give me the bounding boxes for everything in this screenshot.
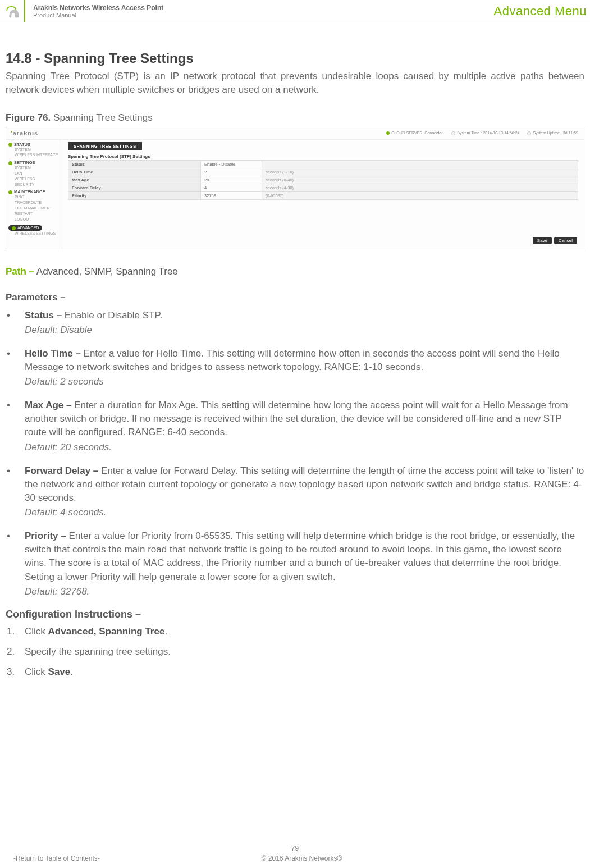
ss-side-item[interactable]: LOGOUT — [8, 217, 60, 222]
parameters-list: Status – Enable or Disable STP.Default: … — [6, 309, 584, 599]
ss-side-item[interactable]: TRACEROUTE — [8, 200, 60, 205]
row-label: Max Age — [68, 176, 201, 184]
row-label: Forward Delay — [68, 184, 201, 191]
config-heading: Configuration Instructions – — [6, 609, 584, 620]
path-line: Path – Advanced, SNMP, Spanning Tree — [6, 266, 584, 277]
row-label: Status — [68, 160, 201, 168]
figure-screenshot: 'araknis CLOUD SERVER: Connected System … — [6, 127, 584, 249]
config-step-3: Click Save. — [6, 666, 584, 678]
ss-status-bar: CLOUD SERVER: Connected System Time : 20… — [386, 131, 584, 135]
ss-cloud-status: CLOUD SERVER: Connected — [386, 131, 443, 135]
ss-logo: 'araknis — [6, 129, 43, 138]
table-row: Max Age20seconds (6-40) — [68, 176, 578, 184]
figure-label: Figure 76. — [6, 112, 51, 123]
ss-side-item[interactable]: RESTART — [8, 211, 60, 217]
table-row: Forward Delay4seconds (4-30) — [68, 184, 578, 191]
section-intro: Spanning Tree Protocol (STP) is an IP ne… — [6, 70, 584, 97]
row-hint — [262, 160, 578, 168]
header-titles: Araknis Networks Wireless Access Point P… — [25, 4, 494, 19]
ss-side-settings[interactable]: SETTINGS — [8, 160, 60, 165]
section-heading: 14.8 - Spanning Tree Settings — [6, 51, 584, 66]
config-step-1: Click Advanced, Spanning Tree. — [6, 626, 584, 637]
row-hint: seconds (6-40) — [262, 176, 578, 184]
ss-side-status[interactable]: STATUS — [8, 142, 60, 147]
param-max-age: Max Age – Enter a duration for Max Age. … — [6, 399, 584, 454]
ss-side-item[interactable]: FILE MANAGEMENT — [8, 205, 60, 211]
page-number: 79 — [0, 844, 590, 852]
ss-side-advanced[interactable]: ADVANCED — [8, 225, 42, 231]
ss-settings-table: StatusEnable • Disable Hello Time2second… — [68, 160, 578, 200]
ss-main: SPANNING TREE SETTINGS Spanning Tree Pro… — [62, 140, 584, 249]
ss-system-time: System Time : 2014-10-13 14:56:24 — [451, 131, 519, 135]
row-label: Priority — [68, 191, 201, 199]
page-content: 14.8 - Spanning Tree Settings Spanning T… — [0, 22, 590, 678]
figure-caption-text: Spanning Tree Settings — [53, 112, 153, 123]
ss-topbar: 'araknis CLOUD SERVER: Connected System … — [6, 127, 584, 140]
araknis-logo-icon — [5, 4, 20, 19]
ss-side-maintenance[interactable]: MAINTENANCE — [8, 189, 60, 194]
row-value[interactable]: Enable • Disable — [201, 160, 262, 168]
ss-side-item[interactable]: WIRELESS INTERFACE — [8, 152, 60, 158]
ss-side-item[interactable]: WIRELESS SETTINGS — [8, 231, 60, 236]
copyright: © 2016 Araknis Networks® — [205, 855, 397, 862]
advanced-menu-label: Advanced Menu — [494, 4, 591, 19]
param-status: Status – Enable or Disable STP.Default: … — [6, 309, 584, 337]
row-hint: (0-65535) — [262, 191, 578, 199]
param-priority: Priority – Enter a value for Priority fr… — [6, 529, 584, 599]
ss-side-item[interactable]: SECURITY — [8, 182, 60, 188]
row-hint: seconds (1-10) — [262, 168, 578, 176]
save-button[interactable]: Save — [533, 237, 552, 244]
ss-side-item[interactable]: WIRELESS — [8, 176, 60, 182]
cancel-button[interactable]: Cancel — [554, 237, 577, 244]
ss-sidebar: STATUS SYSTEM WIRELESS INTERFACE SETTING… — [6, 140, 62, 249]
ss-side-item[interactable]: SYSTEM — [8, 147, 60, 153]
header-subtitle: Product Manual — [33, 12, 494, 19]
row-value[interactable]: 32768 — [201, 191, 262, 199]
param-hello-time: Hello Time – Enter a value for Hello Tim… — [6, 347, 584, 389]
row-label: Hello Time — [68, 168, 201, 176]
table-row: Hello Time2seconds (1-10) — [68, 168, 578, 176]
brand-logo — [0, 0, 25, 22]
path-label: Path – — [6, 266, 34, 277]
ss-tab[interactable]: SPANNING TREE SETTINGS — [68, 142, 142, 150]
row-value[interactable]: 4 — [201, 184, 262, 191]
config-step-2: Specify the spanning tree settings. — [6, 646, 584, 657]
header-title: Araknis Networks Wireless Access Point — [33, 4, 494, 12]
param-forward-delay: Forward Delay – Enter a value for Forwar… — [6, 464, 584, 520]
table-row: StatusEnable • Disable — [68, 160, 578, 168]
table-row: Priority32768(0-65535) — [68, 191, 578, 199]
row-hint: seconds (4-30) — [262, 184, 578, 191]
row-value[interactable]: 2 — [201, 168, 262, 176]
ss-side-item[interactable]: LAN — [8, 171, 60, 176]
page-footer: 79 -Return to Table of Contents- © 2016 … — [0, 844, 590, 862]
toc-link[interactable]: -Return to Table of Contents- — [0, 855, 205, 862]
ss-side-item[interactable]: PING — [8, 194, 60, 200]
config-steps: Click Advanced, Spanning Tree. Specify t… — [6, 626, 584, 678]
path-value: Advanced, SNMP, Spanning Tree — [34, 266, 178, 277]
ss-system-uptime: System Uptime : 3d 11:59 — [527, 131, 578, 135]
figure-caption: Figure 76. Spanning Tree Settings — [6, 112, 584, 124]
document-header: Araknis Networks Wireless Access Point P… — [0, 0, 590, 22]
ss-panel-title: Spanning Tree Protocol (STP) Settings — [68, 154, 578, 159]
row-value[interactable]: 20 — [201, 176, 262, 184]
parameters-heading: Parameters – — [6, 292, 584, 303]
ss-side-item[interactable]: SYSTEM — [8, 165, 60, 171]
